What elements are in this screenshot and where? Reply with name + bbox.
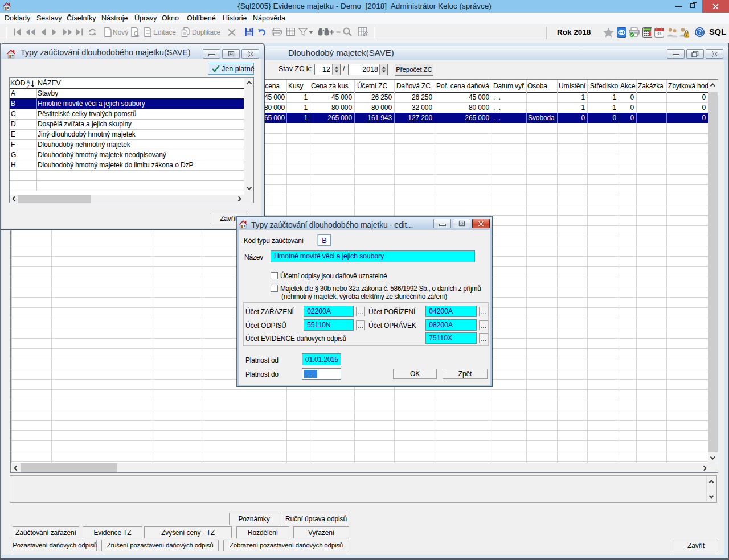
svg-text:?: ? — [698, 29, 701, 35]
svg-text:31: 31 — [657, 31, 662, 36]
